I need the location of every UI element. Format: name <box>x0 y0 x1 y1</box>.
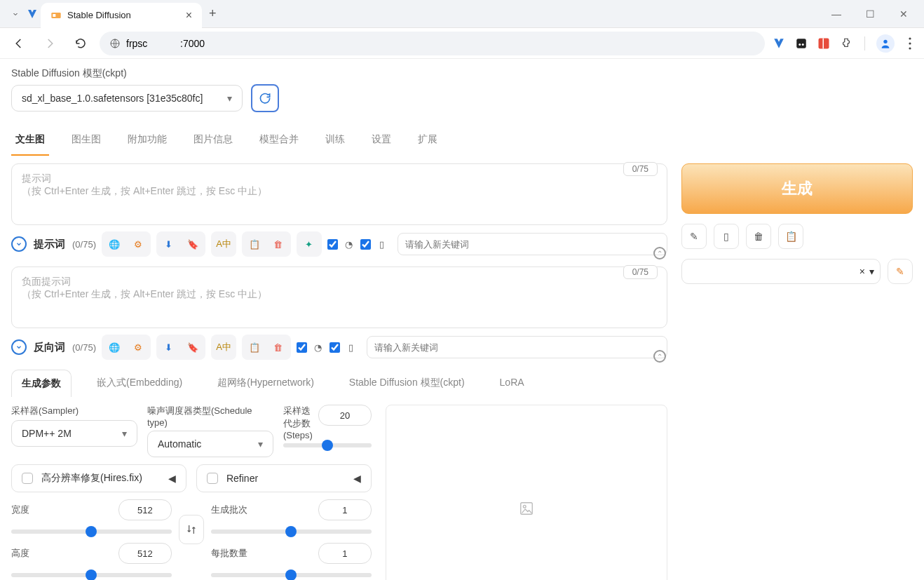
new-tab-button[interactable]: + <box>209 6 217 21</box>
ext-red-icon[interactable] <box>817 36 831 50</box>
schedule-select[interactable]: Automatic ▾ <box>147 431 273 457</box>
clock-icon[interactable]: ◔ <box>339 234 359 254</box>
neg-globe-icon[interactable]: 🌐 <box>104 337 124 357</box>
neg-prompt-input[interactable] <box>11 267 667 328</box>
width-value[interactable]: 512 <box>118 499 172 520</box>
nav-back-icon[interactable] <box>7 32 31 55</box>
hires-fix-toggle[interactable]: 高分辨率修复(Hires.fix) ◀ <box>11 464 186 492</box>
extensions-icon[interactable] <box>839 36 853 50</box>
prompt-cb-2[interactable] <box>360 239 371 250</box>
bookmark-icon[interactable]: 🔖 <box>183 234 203 254</box>
triangle-left-icon: ◀ <box>168 473 176 484</box>
batch-size-slider[interactable] <box>211 573 372 577</box>
refiner-toggle[interactable]: Refiner ◀ <box>196 464 372 492</box>
prompt-keyword-input[interactable] <box>398 233 667 255</box>
neg-gear-icon[interactable]: ⚙ <box>128 337 148 357</box>
tab-extensions[interactable]: 扩展 <box>414 128 442 156</box>
trash-icon[interactable]: 🗑 <box>269 234 288 254</box>
url-input[interactable] <box>126 38 755 49</box>
batch-count-slider[interactable] <box>211 530 372 534</box>
delete-icon[interactable]: 🗑 <box>746 224 771 249</box>
subtab-embedding[interactable]: 嵌入式(Embedding) <box>87 370 192 397</box>
device-icon[interactable]: ▯ <box>714 224 739 249</box>
neg-copy-icon[interactable]: 📋 <box>245 337 264 357</box>
neg-collapse-icon[interactable] <box>11 339 27 355</box>
caret-down-icon: ▾ <box>869 266 874 277</box>
browser-tab-active[interactable]: Stable Diffusion × <box>41 3 202 28</box>
copy-icon[interactable]: 📋 <box>245 234 264 254</box>
style-select[interactable]: × ▾ <box>681 259 881 284</box>
neg-bookmark-icon[interactable]: 🔖 <box>183 337 203 357</box>
batch-size-value[interactable]: 1 <box>318 543 372 564</box>
generate-button[interactable]: 生成 <box>681 163 913 214</box>
clipboard-icon[interactable]: 📋 <box>778 224 803 249</box>
ext-v-icon[interactable] <box>772 36 786 50</box>
neg-fold-icon[interactable]: ⌃ <box>653 350 666 363</box>
height-value[interactable]: 512 <box>118 543 172 564</box>
panel-icon[interactable]: ▯ <box>372 234 392 254</box>
batch-count-value[interactable]: 1 <box>318 499 372 520</box>
tab-train[interactable]: 训练 <box>321 128 349 156</box>
tabs-dropdown-icon[interactable] <box>7 6 24 22</box>
tab-txt2img[interactable]: 文生图 <box>11 128 49 156</box>
neg-trash-icon[interactable]: 🗑 <box>269 337 288 357</box>
neg-translate-icon[interactable]: A中 <box>214 337 233 357</box>
globe-icon[interactable]: 🌐 <box>104 234 124 254</box>
steps-slider[interactable] <box>283 443 372 447</box>
profile-avatar[interactable] <box>876 34 895 53</box>
prompt-collapse-icon[interactable] <box>11 236 27 252</box>
model-select[interactable]: sd_xl_base_1.0.safetensors [31e35c80fc] … <box>11 85 243 112</box>
ext-grid-icon[interactable] <box>794 36 808 50</box>
tab-settings[interactable]: 设置 <box>367 128 395 156</box>
tab-extras[interactable]: 附加功能 <box>123 128 171 156</box>
prompt-input[interactable] <box>11 163 667 225</box>
caret-down-icon: ▾ <box>258 438 263 450</box>
height-slider[interactable] <box>11 573 172 577</box>
nav-forward-icon[interactable] <box>38 32 62 55</box>
neg-panel-icon[interactable]: ▯ <box>341 337 361 357</box>
tab-img2img[interactable]: 图生图 <box>67 128 105 156</box>
neg-toolbar-count: (0/75) <box>72 342 96 353</box>
window-close-icon[interactable]: ✕ <box>893 8 914 20</box>
site-info-icon[interactable] <box>109 38 121 49</box>
subtab-gen-params[interactable]: 生成参数 <box>11 370 72 397</box>
neg-keyword-input[interactable] <box>367 336 667 358</box>
subtab-sd-model[interactable]: Stable Diffusion 模型(ckpt) <box>339 370 475 397</box>
brush-icon[interactable]: ✎ <box>681 224 707 249</box>
clear-icon[interactable]: × <box>860 266 865 277</box>
svg-rect-3 <box>796 39 806 48</box>
sparkle-icon[interactable]: ✦ <box>299 234 319 254</box>
prompt-fold-icon[interactable]: ⌃ <box>653 247 666 259</box>
neg-clock-icon[interactable]: ◔ <box>308 337 328 357</box>
tab-merge[interactable]: 模型合并 <box>255 128 303 156</box>
svg-point-5 <box>802 43 804 46</box>
edit-style-button[interactable]: ✎ <box>888 259 913 284</box>
steps-value[interactable]: 20 <box>318 405 372 426</box>
svg-point-13 <box>523 505 526 508</box>
address-bar[interactable] <box>100 32 765 55</box>
subtab-hypernetwork[interactable]: 超网络(Hypernetwork) <box>208 370 324 397</box>
neg-cb-2[interactable] <box>329 342 340 353</box>
nav-reload-icon[interactable] <box>69 32 93 55</box>
download-icon[interactable]: ⬇ <box>159 234 179 254</box>
tab-pnginfo[interactable]: 图片信息 <box>189 128 237 156</box>
refresh-model-button[interactable] <box>251 84 279 112</box>
neg-download-icon[interactable]: ⬇ <box>159 337 179 357</box>
width-slider[interactable] <box>11 530 172 534</box>
translate-icon[interactable]: A中 <box>214 234 233 254</box>
neg-cb-1[interactable] <box>297 342 307 353</box>
swap-wh-button[interactable] <box>179 515 204 544</box>
window-maximize-icon[interactable]: ☐ <box>860 8 881 20</box>
window-minimize-icon[interactable]: — <box>826 8 847 20</box>
subtab-lora[interactable]: LoRA <box>490 370 534 397</box>
batch-count-label: 生成批次 <box>211 504 253 516</box>
tab-close-icon[interactable]: × <box>186 9 192 22</box>
sampler-select[interactable]: DPM++ 2M ▾ <box>11 420 137 447</box>
browser-menu-icon[interactable] <box>903 36 917 50</box>
prompt-cb-1[interactable] <box>327 239 338 250</box>
tab-favicon <box>50 10 62 21</box>
hires-checkbox[interactable] <box>22 473 33 484</box>
gear-icon[interactable]: ⚙ <box>128 234 148 254</box>
refiner-checkbox[interactable] <box>207 473 218 484</box>
width-label: 宽度 <box>11 504 53 516</box>
